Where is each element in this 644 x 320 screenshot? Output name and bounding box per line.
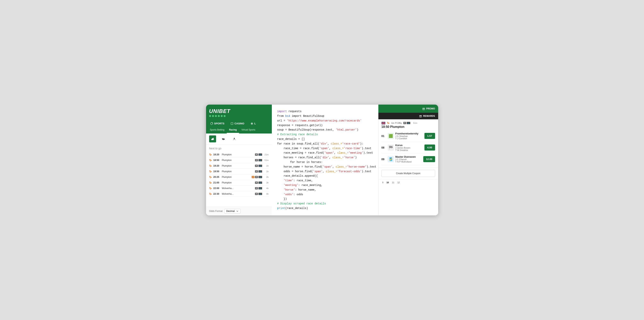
code-line-1: import requests xyxy=(277,109,373,114)
code-line-19: 'odds': odds xyxy=(277,192,373,197)
code-line-7: race_details = [] xyxy=(277,137,373,142)
race-countdown-2: 51m xyxy=(263,159,269,161)
uk-flag-icon xyxy=(382,122,385,124)
rewards-bar: REWARDS xyxy=(378,113,438,119)
sports-icon xyxy=(210,122,213,125)
code-line-16: 'time': race_time, xyxy=(277,178,373,183)
odds-format-bar: Odds Format Decimal xyxy=(206,207,272,215)
odds-format-select[interactable]: Decimal xyxy=(224,209,241,214)
nav-sports-label: SPORTS xyxy=(214,122,224,125)
horse-card-3: 09 🎽 Master Dunraven J C O'farrell T N P… xyxy=(382,153,435,165)
code-line-22: print(race_details) xyxy=(277,206,373,211)
page-11[interactable]: 11 xyxy=(391,181,395,184)
race-countdown-3: 1h xyxy=(263,165,269,167)
page-12[interactable]: 12 xyxy=(396,181,400,184)
code-line-12: for horse in horses: xyxy=(277,160,373,165)
race-row-2[interactable]: 🐎 18:50 Plumpton P 📺 51m xyxy=(209,157,269,163)
badge-p-8: P xyxy=(255,193,258,195)
badge-orange-5: P xyxy=(252,176,254,178)
create-coupon-button[interactable]: Create Multiple Coupon xyxy=(382,170,435,177)
dot-6 xyxy=(224,115,226,117)
horse-card-1: 01 🟩 Fromheretoeternity J G Sheehan T J … xyxy=(382,130,435,142)
nav-casino[interactable]: CASINO xyxy=(228,120,247,126)
race-row-5[interactable]: 🐎 20:25 Plumpton P P 📺 2h xyxy=(209,174,269,180)
harness-icon[interactable] xyxy=(231,135,238,142)
trainer-name-2: W Greatrex xyxy=(397,149,408,151)
page-9[interactable]: 9 xyxy=(382,181,384,184)
harness-svg-icon xyxy=(232,137,236,141)
race-time-6: 21:00 xyxy=(214,181,221,184)
left-panel: UNIBET SPORTS CASINO L xyxy=(206,105,272,215)
trainer-name-3: N P Mulholland xyxy=(397,161,412,163)
race-time-8: 22:30 xyxy=(214,193,221,195)
race-distance: 1m 7f 195y xyxy=(391,122,402,124)
right-header: PROMO xyxy=(378,105,438,113)
code-line-20: }) xyxy=(277,197,373,202)
horse-icon-small-7: 🐎 xyxy=(209,187,212,190)
horse-odds-btn-1[interactable]: 1.57 xyxy=(424,133,435,139)
horse-icon-small-5: 🐎 xyxy=(209,176,212,179)
race-countdown-7: 4h xyxy=(263,187,269,190)
trainer-label-3: T xyxy=(396,161,397,163)
horse-icon-small-1: 🐎 xyxy=(209,153,212,156)
nav-casino-label: CASINO xyxy=(234,122,244,125)
svg-rect-1 xyxy=(231,122,233,124)
nav-sub-racing[interactable]: Racing xyxy=(227,126,239,133)
code-line-13: horse_name = horse.find('span', class_='… xyxy=(277,165,373,169)
code-line-5: soup = BeautifulSoup(response.text, 'htm… xyxy=(277,128,373,132)
race-badges-4: P 📺 xyxy=(255,170,262,173)
badge-tv-detail: 📺 xyxy=(407,122,410,124)
code-line-2: from bs4 import BeautifulSoup xyxy=(277,114,373,118)
casino-icon xyxy=(230,122,233,125)
racing-type-icons xyxy=(206,133,272,144)
horse-card-2: 08 🏁 Korus J James Bowen T W Greatrex 4.… xyxy=(382,142,435,153)
horse-racing-icon[interactable] xyxy=(209,135,216,142)
race-time-7: 22:00 xyxy=(214,187,221,190)
race-row-1[interactable]: 🐎 18:20 Plumpton P 📺 21m xyxy=(209,152,269,157)
badge-p-detail: P xyxy=(403,122,406,124)
horse-silks-3: 🎽 xyxy=(388,156,394,162)
greyhound-svg-icon xyxy=(221,137,226,141)
race-row-8[interactable]: 🐎 22:30 Wolverha... P 📺 4h xyxy=(209,191,269,197)
race-row-7[interactable]: 🐎 22:00 Wolverha... P 📺 4h xyxy=(209,186,269,191)
dot-3 xyxy=(215,115,217,117)
right-panel: PROMO REWARDS 🐎 1m 7f 195y P 📺 xyxy=(378,105,438,215)
horse-odds-btn-2[interactable]: 4.00 xyxy=(424,144,435,150)
badge-p-7: P xyxy=(255,187,258,190)
promo-label: PROMO xyxy=(426,107,435,110)
race-venue-5: Plumpton xyxy=(222,176,251,178)
race-time-2: 18:50 xyxy=(214,159,221,162)
race-time-3: 19:20 xyxy=(214,165,221,167)
rewards-icon xyxy=(419,115,422,117)
jockey-name-1: G Sheehan xyxy=(397,135,408,137)
race-venue-detail: 18:50 Plumpton xyxy=(382,125,435,129)
nav-sub-sports-betting[interactable]: Sports Betting xyxy=(208,126,227,133)
gift-icon xyxy=(422,107,425,110)
promo-button[interactable]: PROMO xyxy=(422,107,435,110)
page-10[interactable]: 10 xyxy=(386,181,390,184)
race-countdown-4: 1h xyxy=(263,170,269,173)
main-nav: SPORTS CASINO L xyxy=(206,119,272,126)
race-row-4[interactable]: 🐎 19:50 Plumpton P 📺 1h xyxy=(209,169,269,174)
race-time-4: 19:50 xyxy=(214,170,221,173)
code-line-8: for race in soup.find_all('div', class_=… xyxy=(277,142,373,146)
race-detail-card: 🐎 1m 7f 195y P 📺 51m 18:50 Plumpton 01 🟩… xyxy=(378,119,438,168)
horse-odds-btn-3[interactable]: 12.00 xyxy=(423,156,435,162)
unibet-logo: UNIBET xyxy=(209,108,269,114)
horse-info-2: Korus J James Bowen T W Greatrex xyxy=(396,144,423,151)
next-to-go-section: Next to go 🐎 18:20 Plumpton P 📺 21m 🐎 18… xyxy=(206,144,272,207)
nav-sub-virtual[interactable]: Virtual Sports xyxy=(239,126,258,133)
race-row-3[interactable]: 🐎 19:20 Plumpton P 📺 1h xyxy=(209,163,269,169)
nav-sports[interactable]: SPORTS xyxy=(208,120,227,126)
race-row-6[interactable]: 🐎 21:00 Plumpton P 📺 3h xyxy=(209,180,269,186)
greyhound-icon[interactable] xyxy=(220,135,227,142)
race-time-1: 18:20 xyxy=(214,153,221,156)
badge-tv-8: 📺 xyxy=(258,193,262,195)
trainer-label-2: T xyxy=(396,149,397,151)
nav-live[interactable]: L xyxy=(248,120,259,126)
race-venue-8: Wolverha... xyxy=(222,193,254,195)
race-venue-1: Plumpton xyxy=(222,153,254,156)
badge-p-2: P xyxy=(255,159,258,161)
jockey-label-3: J xyxy=(396,158,396,161)
horse-name-2: Korus xyxy=(396,144,423,147)
